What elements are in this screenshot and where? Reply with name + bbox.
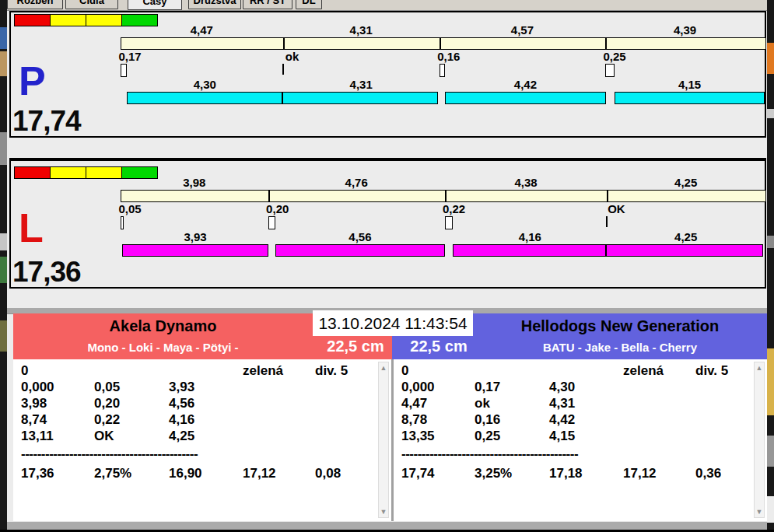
team-right-row2-col2: ok [475,396,490,411]
lane-l-run-split-label-4: 4,25 [674,230,697,243]
team-left-dogs: Mono - Loki - Maya - Pötyi - [13,341,313,354]
team-left-row2-col2: 0,20 [94,396,120,411]
tab-asy[interactable]: Časy [128,0,182,10]
lane-l-top-split-label-1: 3,98 [183,176,205,189]
lane-l-top-split-label-2: 4,76 [345,176,368,189]
team-left-header-col1: 0 [21,363,28,379]
lane-l-fault-label-3: 0,22 [443,202,465,215]
team-right-totals-col2: 3,25% [475,466,512,481]
team-right-totals-col5: 0,36 [695,466,721,481]
lane-l-reference-bar-divider-1 [268,191,270,201]
lane-l-fault-box-3 [445,216,453,229]
lane-p-run-segment-1 [127,92,283,104]
team-right-hurdle-height: 22,5 cm [400,336,478,357]
team-right-row3-col2: 0,16 [475,412,500,428]
lane-l-status-square-2 [50,166,86,179]
team-right-row2-col1: 4,47 [401,396,427,411]
team-right-row4-col2: 0,25 [475,429,500,444]
team-right-row2-col3: 4,31 [549,396,575,411]
tab-dl[interactable]: DL [296,0,322,9]
team-left-row1-col1: 0,000 [21,380,54,395]
team-right-results-table[interactable]: 0zelenádiv. 50,0000,174,304,47ok4,318,78… [394,359,767,521]
lane-l-reference-bar-divider-3 [607,191,608,201]
lane-l-run-split-label-3: 4,16 [519,230,541,243]
team-right-row4-col3: 4,15 [549,429,575,444]
lane-p-top-split-label-3: 4,57 [511,23,534,37]
lane-l-total-time: 17,36 [12,257,81,286]
team-left-header-col4: zelená [243,363,283,379]
scroll-down-arrow[interactable]: ▼ [379,506,388,517]
scroll-up-arrow[interactable]: ▲ [379,362,388,373]
team-left-separator: ----------------------------------------… [21,446,198,462]
desktop-blob [0,132,7,165]
team-left-row1-col3: 3,93 [169,380,194,395]
team-left-totals-col2: 2,75% [94,466,131,481]
lane-p-fault-label-3: 0,16 [437,50,460,63]
tab-idla[interactable]: Čidla [65,0,118,9]
tab-rr-st[interactable]: RR / ST [243,0,292,9]
lane-l-top-split-label-3: 4,38 [514,176,537,189]
desktop-blob [0,27,7,49]
desktop-blob [0,257,7,283]
team-left-row2-col1: 3,98 [21,396,47,411]
lane-p-fault-label-4: 0,25 [603,50,625,63]
team-left-totals-col3: 16,90 [169,466,202,481]
lane-l-letter: L [19,208,44,248]
team-left-results-table[interactable]: 0zelenádiv. 50,0000,053,933,980,204,568,… [13,359,391,521]
team-left-row1-col2: 0,05 [94,380,120,395]
lane-l-run-split-label-1: 3,93 [184,230,206,243]
desktop-blob [767,496,774,523]
team-right-row1-col1: 0,000 [401,380,435,395]
lane-panel-p: P17,744,474,314,574,390,17ok0,160,254,30… [9,11,766,138]
lane-p-total-time: 17,74 [12,107,81,135]
desktop-blob [0,233,7,250]
desktop-blob [767,109,774,118]
team-right-name-block: Hellodogs New GenerationBATU - Jake - Be… [473,313,767,357]
team-left-row4-col1: 13,11 [21,429,54,444]
team-right-header-col1: 0 [401,363,408,379]
lane-p-status-square-4 [121,14,158,26]
team-left-name-block: Akela DynamoMono - Loki - Maya - Pötyi - [13,313,313,357]
scroll-up-arrow[interactable]: ▲ [755,362,764,373]
team-right-totals-col1: 17,74 [401,466,435,481]
desktop-blob [0,320,7,352]
team-right-separator: ----------------------------------------… [401,446,578,462]
desktop-background-right [767,0,774,530]
tab-rozb-h[interactable]: Rozběh [7,0,63,9]
lane-p-reference-bar-divider-3 [605,38,607,49]
team-left-header-col5: div. 5 [315,363,348,379]
lane-l-run-segment-3 [453,244,607,257]
team-left-totals-col4: 17,12 [243,466,276,481]
team-right-totals-col3: 17,18 [549,466,583,481]
lane-l-fault-label-4: OK [608,202,625,215]
team-left-row4-col3: 4,25 [169,429,194,444]
lane-l-ok-mark-4 [606,216,608,227]
lane-l-run-segment-2 [275,244,444,257]
lane-l-reference-bar [121,190,766,202]
lane-p-reference-bar [121,37,766,50]
lane-l-fault-box-1 [121,216,124,229]
lane-p-run-segment-2 [282,92,438,104]
team-right-totals-col4: 17,12 [623,466,657,481]
team-right-row3-col3: 4,42 [549,412,575,428]
lane-p-reference-bar-divider-2 [440,38,441,49]
tab-dru-stva[interactable]: Družstva [188,0,241,9]
team-right-row4-col1: 13,35 [401,429,435,444]
tables-divider [391,359,394,521]
team-left-table-scrollbar[interactable]: ▲▼ [378,362,389,518]
team-left-row3-col2: 0,22 [94,412,120,428]
lane-l-status-square-1 [14,166,51,179]
team-left-totals-col1: 17,36 [21,466,54,481]
lane-p-status-square-1 [14,14,51,26]
tab-bar: RozběhČidlaČasyDružstvaRR / STDL [7,0,767,11]
team-right-row3-col1: 8,78 [401,412,427,428]
lane-p-fault-box-1 [121,64,127,77]
scroll-down-arrow[interactable]: ▼ [755,506,764,517]
lane-l-top-split-label-4: 4,25 [674,176,697,189]
desktop-blob [767,436,774,467]
lane-l-status-square-3 [86,166,122,179]
team-right-table-scrollbar[interactable]: ▲▼ [754,362,765,518]
lane-p-top-split-label-4: 4,39 [674,23,696,37]
lane-p-top-split-label-2: 4,31 [350,23,373,37]
lane-l-run-segment-4 [605,244,763,257]
